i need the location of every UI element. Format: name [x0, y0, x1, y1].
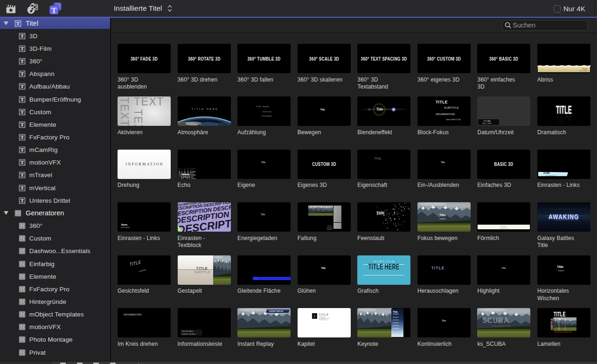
svg-text:T: T: [51, 6, 57, 15]
svg-text:T: T: [21, 173, 24, 178]
svg-text:T: T: [16, 21, 20, 26]
svg-text:2: 2: [21, 350, 24, 355]
svg-text:2: 2: [21, 313, 24, 317]
svg-text:T: T: [21, 84, 24, 89]
svg-text:T: T: [21, 34, 24, 39]
svg-text:T: T: [21, 122, 24, 127]
svg-text:2: 2: [21, 249, 24, 254]
svg-text:2: 2: [21, 338, 24, 342]
svg-text:T: T: [21, 110, 24, 115]
svg-text:2: 2: [21, 237, 24, 241]
svg-text:2: 2: [17, 211, 19, 215]
svg-text:2: 2: [21, 224, 24, 228]
svg-text:T: T: [21, 147, 24, 152]
svg-text:T: T: [21, 160, 24, 165]
svg-text:2: 2: [21, 275, 24, 279]
svg-text:2: 2: [21, 287, 24, 291]
svg-text:T: T: [21, 198, 24, 203]
svg-text:T: T: [21, 185, 24, 191]
svg-text:T: T: [21, 46, 24, 51]
svg-text:T: T: [21, 59, 24, 64]
svg-text:2: 2: [21, 300, 24, 304]
svg-text:2: 2: [21, 262, 24, 266]
svg-text:T: T: [21, 72, 24, 77]
svg-text:T: T: [21, 135, 24, 140]
svg-text:2: 2: [21, 325, 24, 330]
svg-text:T: T: [21, 97, 24, 102]
